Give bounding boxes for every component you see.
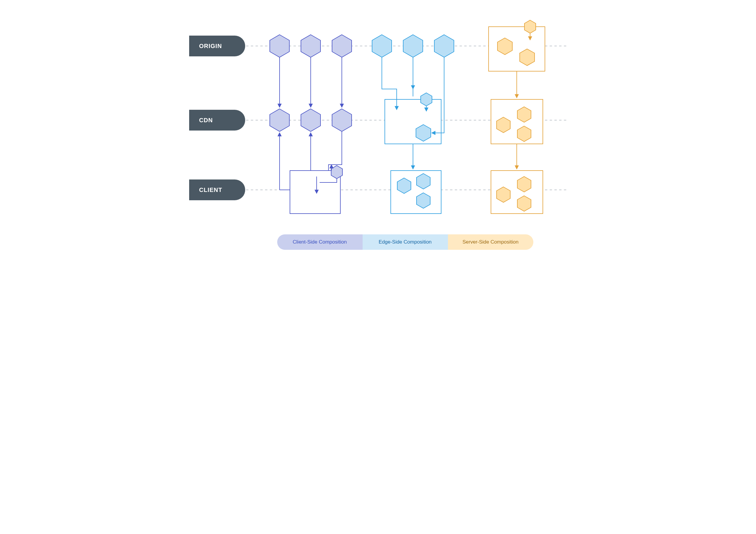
row-label-text: CDN [199, 117, 213, 124]
legend-label: Server-Side Composition [463, 239, 519, 245]
client-cdn-hex-3 [332, 109, 352, 131]
client-cdn-hex-1 [270, 109, 289, 131]
client-client-box [290, 171, 340, 213]
row-label-text: ORIGIN [199, 43, 222, 49]
server-side-group [489, 20, 545, 213]
client-small-hex [331, 166, 342, 179]
client-origin-hex-2 [301, 35, 320, 57]
client-side-group [270, 35, 352, 213]
row-label-cdn: CDN [189, 110, 245, 130]
edge-origin-hex-3 [434, 35, 454, 57]
diagram-canvas: ORIGIN CDN CLIENT Client-Side Compositio… [189, 0, 567, 267]
client-cdn-hex-2 [301, 109, 320, 131]
legend-client: Client-Side Composition [277, 234, 363, 250]
edge-origin-hex-1 [372, 35, 392, 57]
legend: Client-Side Composition Edge-Side Compos… [277, 234, 533, 250]
legend-label: Edge-Side Composition [379, 239, 432, 245]
diagram-svg [189, 0, 567, 267]
edge-cdn-box [385, 99, 441, 144]
row-label-text: CLIENT [199, 186, 222, 193]
edge-origin-hex-2 [403, 35, 423, 57]
edge-client-box [391, 171, 441, 213]
server-origin-box [489, 27, 545, 71]
client-origin-hex-1 [270, 35, 289, 57]
server-small-hex-top [525, 20, 536, 33]
legend-server: Server-Side Composition [448, 234, 533, 250]
edge-small-hex-top [421, 93, 432, 106]
row-label-origin: ORIGIN [189, 36, 245, 56]
client-origin-hex-3 [332, 35, 352, 57]
legend-label: Client-Side Composition [293, 239, 347, 245]
edge-side-group [372, 35, 454, 213]
legend-edge: Edge-Side Composition [363, 234, 448, 250]
row-label-client: CLIENT [189, 180, 245, 200]
